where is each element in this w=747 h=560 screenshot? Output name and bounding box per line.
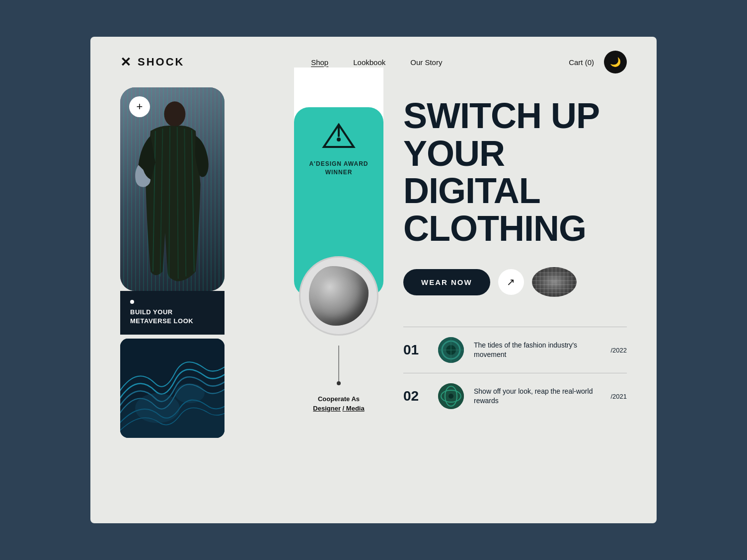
svg-point-21 — [448, 394, 453, 399]
header-right: Cart (0) 🌙 — [569, 51, 627, 73]
news-thumb-2 — [438, 383, 464, 409]
news-thumb-svg-1 — [438, 337, 464, 363]
stem-line — [338, 346, 339, 385]
mesh-thumbnail — [532, 267, 577, 297]
cart-button[interactable]: Cart (0) — [569, 58, 594, 67]
news-list: 01 The tides of the fashion industry's m… — [403, 327, 627, 419]
left-column: + BUILD YOURMETAVERSE LOOK — [120, 87, 274, 438]
metaverse-label: BUILD YOURMETAVERSE LOOK — [120, 291, 224, 335]
mesh-bg — [532, 267, 577, 297]
hero-title: SWITCH UP YOUR DIGITAL CLOTHING — [403, 97, 627, 247]
logo[interactable]: ✕ SHOCK — [120, 55, 184, 70]
svg-point-9 — [175, 383, 205, 403]
news-thumb-1 — [438, 337, 464, 363]
mesh-grid-overlay — [532, 267, 577, 297]
svg-point-8 — [135, 393, 180, 423]
topo-bg — [120, 339, 224, 438]
dark-mode-button[interactable]: 🌙 — [604, 51, 627, 73]
blob-3d — [309, 266, 369, 326]
news-text-2: Show off your look, reap the real-world … — [474, 387, 600, 406]
news-item-1: 01 The tides of the fashion industry's m… — [403, 327, 627, 373]
middle-column: A'DESIGN AWARD WINNER Cooperate As De — [294, 87, 383, 438]
right-column: SWITCH UP YOUR DIGITAL CLOTHING WEAR NOW… — [403, 87, 627, 438]
svg-point-12 — [337, 138, 341, 141]
arrow-icon: ↗ — [507, 276, 515, 288]
fashion-card-wrapper: + BUILD YOURMETAVERSE LOOK — [120, 87, 274, 335]
award-card: A'DESIGN AWARD WINNER — [294, 107, 383, 296]
award-triangle-icon — [321, 122, 356, 152]
header: ✕ SHOCK Shop Lookbook Our Story Cart (0)… — [90, 37, 657, 87]
arrow-button[interactable]: ↗ — [498, 269, 524, 295]
news-thumb-svg-2 — [438, 383, 464, 409]
slash-separator: / — [343, 405, 346, 412]
plus-icon: + — [137, 100, 143, 113]
fashion-card-bg — [120, 87, 224, 291]
metaverse-text: BUILD YOURMETAVERSE LOOK — [130, 308, 215, 326]
blob-circle — [299, 256, 378, 336]
hero-line-2: YOUR DIGITAL — [403, 134, 540, 211]
nav-shop[interactable]: Shop — [311, 58, 328, 67]
add-button[interactable]: + — [129, 96, 150, 117]
cooperate-links: Designer / Media — [313, 405, 364, 412]
person-svg — [120, 87, 224, 291]
logo-x-icon: ✕ — [120, 55, 133, 70]
award-title: A'DESIGN AWARD WINNER — [304, 160, 374, 177]
cooperate-section: Cooperate As Designer / Media — [313, 395, 364, 412]
svg-point-0 — [164, 101, 185, 127]
blob-circle-wrapper — [299, 246, 378, 336]
topo-card — [120, 339, 224, 438]
stem-dot — [337, 381, 341, 385]
hero-actions: WEAR NOW ↗ — [403, 267, 627, 297]
cooperate-as-label: Cooperate As — [313, 395, 364, 403]
status-dot — [130, 300, 134, 304]
main-nav: Shop Lookbook Our Story — [311, 58, 442, 67]
designer-link[interactable]: Designer — [313, 405, 341, 412]
news-text-1: The tides of the fashion industry's move… — [474, 341, 600, 360]
hero-line-3: CLOTHING — [403, 209, 586, 248]
hero-line-1: SWITCH UP — [403, 96, 599, 136]
news-number-2: 02 — [403, 388, 428, 404]
nav-our-story[interactable]: Our Story — [410, 58, 442, 67]
topo-svg — [120, 339, 224, 438]
stem-wrapper — [338, 346, 339, 385]
fashion-card: + — [120, 87, 224, 291]
moon-icon: 🌙 — [610, 57, 621, 68]
media-link[interactable]: Media — [346, 405, 365, 412]
news-item-2: 02 Show off your look, reap the real-wor… — [403, 373, 627, 419]
news-year-2: /2021 — [610, 393, 627, 400]
logo-text: SHOCK — [138, 56, 184, 69]
wear-now-button[interactable]: WEAR NOW — [403, 269, 490, 295]
award-icon — [321, 122, 356, 154]
news-number-1: 01 — [403, 342, 428, 358]
main-content: + BUILD YOURMETAVERSE LOOK — [90, 87, 657, 458]
page-wrapper: ✕ SHOCK Shop Lookbook Our Story Cart (0)… — [90, 37, 657, 523]
news-year-1: /2022 — [610, 347, 627, 354]
nav-lookbook[interactable]: Lookbook — [353, 58, 385, 67]
